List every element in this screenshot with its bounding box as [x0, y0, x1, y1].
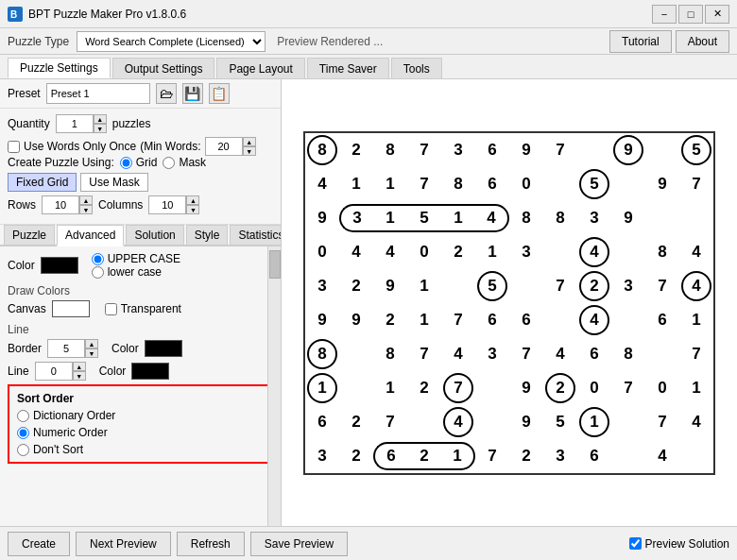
- border-spinners: ▲ ▼: [85, 339, 98, 358]
- table-cell: 2: [441, 235, 475, 269]
- line-color-swatch[interactable]: [131, 363, 169, 380]
- border-color-swatch[interactable]: [145, 340, 182, 357]
- line-title: Line: [8, 323, 273, 336]
- lower-case-radio[interactable]: [92, 266, 104, 279]
- rows-cols-row: Rows ▲ ▼ Columns ▲ ▼: [8, 195, 273, 214]
- cols-input[interactable]: [148, 195, 186, 214]
- preset-folder-button[interactable]: 🗁: [156, 83, 177, 104]
- tab-tools[interactable]: Tools: [391, 58, 442, 78]
- menubar: Puzzle Type Word Search Complete (Licens…: [0, 28, 737, 55]
- table-cell: 6: [509, 303, 543, 337]
- min-words-up[interactable]: ▲: [243, 137, 256, 146]
- create-button[interactable]: Create: [8, 532, 70, 556]
- line-up[interactable]: ▲: [73, 362, 86, 371]
- quantity-input[interactable]: [56, 114, 94, 133]
- table-cell: 8: [373, 133, 407, 167]
- right-panel: 8287369795411786059793151488390440213484…: [282, 79, 737, 526]
- lower-case-row: lower case: [92, 265, 180, 279]
- table-cell: 8: [509, 201, 543, 235]
- about-button[interactable]: About: [676, 30, 729, 53]
- table-cell: 7: [679, 337, 713, 371]
- min-words-spinners: ▲ ▼: [243, 137, 256, 156]
- table-cell: 6: [373, 439, 407, 473]
- table-cell: 9: [305, 201, 339, 235]
- min-words-input[interactable]: [205, 137, 243, 156]
- preview-solution-checkbox[interactable]: [629, 537, 642, 550]
- scrollbar-thumb[interactable]: [269, 250, 281, 279]
- fixed-grid-button[interactable]: Fixed Grid: [8, 173, 77, 192]
- preset-saveas-button[interactable]: 📋: [209, 83, 230, 104]
- save-preview-button[interactable]: Save Preview: [250, 532, 348, 556]
- table-cell: 7: [441, 371, 475, 405]
- color-row: Color UPPER CASE lower case: [8, 252, 273, 279]
- canvas-color-swatch[interactable]: [52, 300, 90, 317]
- table-cell: 3: [543, 439, 577, 473]
- sort-dictionary-radio[interactable]: [17, 410, 29, 422]
- refresh-button[interactable]: Refresh: [177, 532, 245, 556]
- rows-down[interactable]: ▼: [79, 205, 93, 214]
- table-row: 4117860597: [305, 167, 713, 201]
- subtab-advanced[interactable]: Advanced: [57, 225, 124, 246]
- preset-save-button[interactable]: 💾: [182, 83, 203, 104]
- tab-output-settings[interactable]: Output Settings: [112, 58, 215, 78]
- canvas-label: Canvas: [8, 302, 46, 315]
- border-up[interactable]: ▲: [85, 339, 98, 348]
- subtab-puzzle[interactable]: Puzzle: [4, 225, 55, 245]
- tab-time-saver[interactable]: Time Saver: [307, 58, 389, 78]
- sort-numeric-radio[interactable]: [17, 427, 29, 439]
- quantity-down[interactable]: ▼: [94, 124, 107, 133]
- subtab-style[interactable]: Style: [186, 225, 229, 245]
- cols-up[interactable]: ▲: [186, 195, 199, 205]
- table-cell: 1: [373, 201, 407, 235]
- transparent-row: Transparent: [105, 302, 181, 315]
- use-words-label: Use Words Only Once: [24, 140, 136, 153]
- table-cell: 4: [577, 303, 611, 337]
- table-cell: 7: [407, 167, 441, 201]
- close-button[interactable]: ✕: [705, 5, 729, 24]
- cols-label: Columns: [98, 198, 143, 212]
- upper-case-radio[interactable]: [92, 253, 104, 265]
- table-cell: 8: [305, 337, 339, 371]
- minimize-button[interactable]: −: [652, 5, 677, 24]
- sort-none-radio[interactable]: [17, 444, 29, 456]
- transparent-checkbox[interactable]: [105, 303, 117, 315]
- preview-solution-row: Preview Solution: [629, 537, 729, 551]
- table-cell: [543, 303, 577, 337]
- rows-input[interactable]: [42, 195, 79, 214]
- tab-puzzle-settings[interactable]: Puzzle Settings: [8, 58, 111, 78]
- rows-up[interactable]: ▲: [79, 195, 93, 205]
- use-mask-button[interactable]: Use Mask: [80, 173, 147, 192]
- table-cell: 3: [305, 269, 339, 303]
- table-row: 1127920701: [305, 371, 713, 405]
- next-preview-button[interactable]: Next Preview: [76, 532, 171, 556]
- tutorial-button[interactable]: Tutorial: [609, 30, 672, 53]
- puzzle-grid: 8287369795411786059793151488390440213484…: [303, 131, 715, 475]
- line-num-input[interactable]: [35, 362, 73, 381]
- subtab-solution[interactable]: Solution: [126, 225, 183, 245]
- border-down[interactable]: ▼: [85, 348, 98, 358]
- tab-page-layout[interactable]: Page Layout: [216, 58, 304, 78]
- table-cell: 3: [611, 269, 645, 303]
- table-cell: 3: [305, 439, 339, 473]
- create-puzzle-label: Create Puzzle Using:: [8, 156, 114, 169]
- border-row: Border ▲ ▼ Color: [8, 339, 273, 358]
- subtab-statistics[interactable]: Statistics: [230, 225, 282, 245]
- cols-down[interactable]: ▼: [186, 205, 199, 214]
- line-down[interactable]: ▼: [73, 371, 86, 381]
- grid-radio[interactable]: [120, 157, 132, 169]
- table-cell: 7: [611, 371, 645, 405]
- table-cell: 4: [679, 405, 713, 439]
- quantity-label: Quantity: [8, 117, 50, 130]
- table-cell: 9: [509, 133, 543, 167]
- color-swatch[interactable]: [41, 257, 78, 274]
- puzzle-type-select[interactable]: Word Search Complete (Licensed): [77, 31, 266, 52]
- preset-input[interactable]: [46, 83, 150, 104]
- border-color-label: Color: [111, 342, 139, 355]
- use-words-checkbox[interactable]: [8, 141, 20, 153]
- min-words-down[interactable]: ▼: [243, 146, 256, 156]
- border-input[interactable]: [47, 339, 85, 358]
- mask-radio[interactable]: [163, 157, 175, 169]
- quantity-up[interactable]: ▲: [94, 114, 107, 124]
- maximize-button[interactable]: □: [678, 5, 703, 24]
- table-cell: 8: [543, 201, 577, 235]
